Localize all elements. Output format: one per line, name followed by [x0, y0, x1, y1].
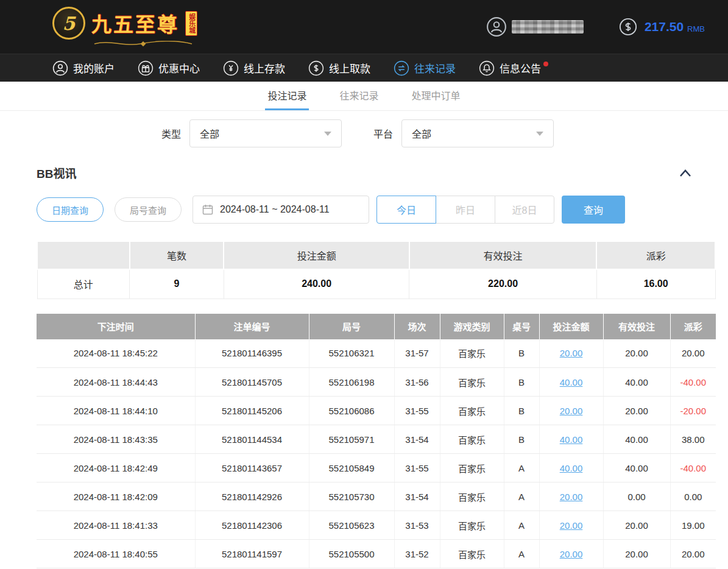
- tab-processing-orders[interactable]: 处理中订单: [409, 82, 463, 110]
- cell-bet: 20.00: [539, 397, 603, 425]
- bet-amount-link[interactable]: 20.00: [560, 492, 583, 502]
- section-title: BB视讯: [37, 164, 76, 181]
- nav-item-label: 我的账户: [73, 60, 115, 76]
- summary-header-empty: [37, 241, 130, 269]
- table-row: 2024-08-11 18:40:55521801141597552105500…: [37, 540, 716, 568]
- bet-amount-link[interactable]: 20.00: [560, 520, 583, 531]
- cell-session: 31-54: [394, 425, 440, 454]
- cell-round_id: 552105971: [309, 425, 394, 454]
- cell-game: 百家乐: [440, 339, 504, 368]
- search-button[interactable]: 查询: [562, 196, 625, 224]
- username-blurred: [512, 20, 584, 34]
- cell-game: 百家乐: [440, 425, 504, 454]
- cell-payout: 20.00: [670, 339, 716, 368]
- filter-row: 类型 全部 平台 全部: [161, 119, 728, 147]
- cell-round_id: 552106321: [309, 339, 394, 368]
- round-query-button[interactable]: 局号查询: [115, 197, 182, 222]
- cell-round_id: 552106198: [309, 368, 394, 397]
- cell-bet: 20.00: [539, 482, 603, 511]
- cell-order_id: 521801141597: [195, 540, 309, 568]
- cell-order_id: 521801142306: [195, 511, 309, 540]
- bet-amount-link[interactable]: 20.00: [560, 549, 583, 559]
- type-select-value: 全部: [200, 126, 219, 141]
- cell-bet: 40.00: [539, 368, 603, 397]
- bet-amount-link[interactable]: 20.00: [560, 348, 583, 358]
- today-button[interactable]: 今日: [376, 196, 436, 224]
- table-row: 2024-08-11 18:41:33521801142306552105623…: [37, 511, 716, 540]
- cell-table: A: [504, 482, 539, 511]
- platform-select[interactable]: 全部: [401, 119, 554, 147]
- cell-time: 2024-08-11 18:41:33: [37, 511, 195, 540]
- nav-item-promotions[interactable]: 优惠中心: [138, 60, 200, 76]
- column-header: 注单编号: [195, 314, 309, 339]
- cell-round_id: 552106086: [309, 397, 394, 425]
- cell-table: B: [504, 425, 539, 454]
- chevron-up-icon[interactable]: [679, 169, 691, 177]
- site-logo[interactable]: 5 九五至尊 娱乐城: [52, 7, 197, 47]
- cell-time: 2024-08-11 18:44:43: [37, 368, 195, 397]
- type-select[interactable]: 全部: [189, 119, 342, 147]
- nav-item-deposit[interactable]: 线上存款: [223, 60, 285, 76]
- nav-item-label: 往来记录: [414, 60, 456, 76]
- date-range-input[interactable]: 2024-08-11 ~ 2024-08-11: [193, 196, 369, 224]
- cell-order_id: 521801146395: [195, 339, 309, 368]
- summary-payout: 16.00: [596, 269, 715, 299]
- date-range-value: 2024-08-11 ~ 2024-08-11: [220, 204, 330, 215]
- cell-order_id: 521801145206: [195, 397, 309, 425]
- bet-amount-link[interactable]: 40.00: [560, 377, 583, 387]
- logo-emblem-icon: 5: [52, 7, 85, 40]
- cell-valid: 40.00: [603, 368, 670, 397]
- user-area: 217.50 RMB: [486, 16, 705, 37]
- tab-bet-records[interactable]: 投注记录: [265, 82, 309, 110]
- tab-transaction-records[interactable]: 往来记录: [337, 82, 381, 110]
- nav-item-transaction-records[interactable]: 往来记录: [394, 60, 456, 76]
- records-exchange-icon: [394, 60, 409, 76]
- cell-game: 百家乐: [440, 454, 504, 482]
- query-bar: 日期查询 局号查询 2024-08-11 ~ 2024-08-11 今日 昨日 …: [37, 196, 728, 224]
- bet-amount-link[interactable]: 40.00: [560, 463, 583, 473]
- table-row: 2024-08-11 18:42:49521801143657552105849…: [37, 454, 716, 482]
- column-header: 派彩: [670, 314, 716, 339]
- table-row: 2024-08-11 18:43:35521801144534552105971…: [37, 425, 716, 454]
- chevron-down-icon: [536, 132, 543, 136]
- cell-time: 2024-08-11 18:40:55: [37, 540, 195, 568]
- column-header: 下注时间: [37, 314, 195, 339]
- last8days-button[interactable]: 近8日: [495, 196, 554, 224]
- cell-valid: 20.00: [603, 339, 670, 368]
- column-header: 投注金额: [539, 314, 603, 339]
- cell-valid: 20.00: [603, 540, 670, 568]
- table-row: 2024-08-11 18:42:09521801142926552105730…: [37, 482, 716, 511]
- bet-amount-link[interactable]: 40.00: [560, 434, 583, 445]
- cell-game: 百家乐: [440, 540, 504, 568]
- section-head: BB视讯: [37, 164, 691, 181]
- yesterday-button[interactable]: 昨日: [436, 196, 495, 224]
- summary-header-bet-amount: 投注金额: [224, 241, 409, 269]
- cell-valid: 40.00: [603, 454, 670, 482]
- table-row: 2024-08-11 18:44:43521801145705552106198…: [37, 368, 716, 397]
- cell-order_id: 521801142926: [195, 482, 309, 511]
- quick-date-group: 今日 昨日 近8日: [376, 196, 554, 224]
- calendar-icon: [202, 203, 214, 216]
- summary-total-label: 总计: [37, 269, 130, 299]
- balance-currency: RMB: [687, 21, 705, 34]
- cell-time: 2024-08-11 18:43:35: [37, 425, 195, 454]
- column-header: 游戏类别: [440, 314, 504, 339]
- nav-item-label: 优惠中心: [158, 60, 200, 76]
- platform-select-value: 全部: [412, 126, 431, 141]
- date-query-button[interactable]: 日期查询: [37, 197, 104, 222]
- cell-payout: 38.00: [670, 425, 716, 454]
- cell-bet: 40.00: [539, 425, 603, 454]
- cell-bet: 20.00: [539, 540, 603, 568]
- cell-payout: -20.00: [670, 397, 716, 425]
- cell-time: 2024-08-11 18:42:49: [37, 454, 195, 482]
- nav-item-my-account[interactable]: 我的账户: [52, 60, 115, 76]
- cell-payout: -40.00: [670, 368, 716, 397]
- platform-filter-label: 平台: [373, 126, 393, 141]
- bet-amount-link[interactable]: 20.00: [560, 406, 583, 416]
- nav-item-announcements[interactable]: 信息公告: [479, 60, 541, 76]
- cell-round_id: 552105730: [309, 482, 394, 511]
- nav-item-withdraw[interactable]: 线上取款: [308, 60, 370, 76]
- avatar-icon[interactable]: [486, 16, 507, 37]
- nav-item-label: 线上取款: [329, 60, 370, 76]
- cell-table: B: [504, 339, 539, 368]
